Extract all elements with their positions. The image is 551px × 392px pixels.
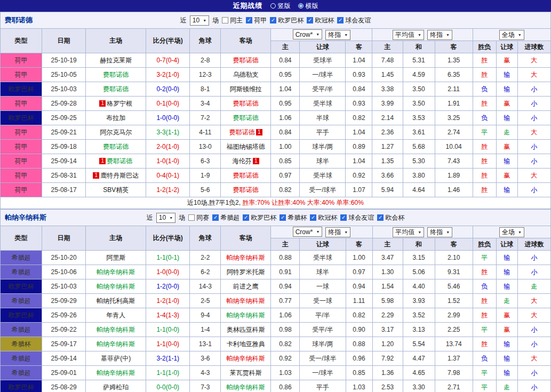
filter-checkbox[interactable]: 欧罗巴杯 [270,16,304,25]
avg-draw-odds: 3.52 [403,308,435,323]
away-team-link[interactable]: 帕纳辛纳科斯 [227,383,265,392]
recent-count-select[interactable]: 10▼ [156,213,175,223]
recent-count-select[interactable]: 10▼ [190,15,209,26]
away-team-link[interactable]: 海伦芬 [233,157,252,166]
initial-away-odds: 1.03 [346,380,372,392]
home-team-link[interactable]: 萨姆松珀 [103,383,129,392]
corners-cell: 4-11 [190,125,221,140]
radio-label: 竖版 [278,2,291,11]
score-cell: 0-4(0-1) [146,169,190,183]
filter-checkbox[interactable]: 同赛 [188,213,209,222]
result-goals: 小 [517,323,550,337]
home-team-link[interactable]: 帕纳辛纳科斯 [97,325,135,334]
column-header: 主 [372,41,403,53]
away-team-link[interactable]: 费耶诺德 [233,56,259,65]
filter-checkbox[interactable]: 同主 [222,16,243,25]
home-team-link[interactable]: 鹿特丹斯巴达 [100,171,139,180]
home-team-link[interactable]: 费耶诺德 [103,70,129,79]
home-team-link[interactable]: 赫拉克莱斯 [100,56,132,65]
home-team-link[interactable]: 费耶诺德 [107,157,132,166]
filter-checkbox[interactable]: 欧冠杯 [310,213,337,222]
home-team-link[interactable]: 帕纳托利高斯 [97,297,135,306]
home-team-link[interactable]: SBV精英 [103,186,129,195]
average-index-select[interactable]: 终指▼ [427,227,452,237]
initial-index-select-value: 终指 [328,228,341,237]
column-header: 胜负 [473,238,496,251]
home-team-link[interactable]: 费耶诺德 [103,142,129,151]
home-team-link[interactable]: 阿尔克马尔 [100,128,132,137]
away-team-link[interactable]: 帕纳辛纳科斯 [227,253,265,262]
initial-away-odds: 0.84 [346,82,372,97]
filter-checkbox[interactable]: 球会友谊 [337,16,371,25]
bookmaker-select[interactable]: Crow*▼ [293,29,323,39]
radio-vertical-layout[interactable]: 竖版 [270,2,291,11]
handicap-line: 一/球半 [300,366,346,380]
match-row: 欧罗巴杯25-10-03费耶诺德0-2(0-0)8-1阿斯顿维拉1.04受平/半… [1,82,551,97]
handicap-line: 半球 [300,111,346,125]
away-team-link[interactable]: 费耶诺德 [233,186,259,195]
avg-home-odds: 3.38 [372,82,403,97]
away-team-link[interactable]: 阿特罗米托斯 [227,268,265,277]
scope-select[interactable]: 全场▼ [499,227,524,237]
bookmaker-select[interactable]: Crow*▼ [293,227,323,237]
filter-checkbox[interactable]: 荷甲 [246,16,267,25]
away-team-link[interactable]: 乌德勒支 [233,70,259,79]
home-team-link[interactable]: 阿里斯 [106,253,125,262]
page-title: 近期战绩 [233,1,263,11]
avg-home-odds: 3.66 [372,169,403,183]
home-team-link[interactable]: 帕纳辛纳科斯 [97,340,135,349]
away-team-link[interactable]: 帕纳辛纳科斯 [227,311,265,320]
home-team-cell: 阿尔克马尔 [86,125,146,140]
filter-checkbox[interactable]: 希腊杯 [280,213,307,222]
column-header: 主场 [86,29,146,53]
corners-cell: 3-4 [190,97,221,111]
away-team-link[interactable]: 前进之鹰 [233,282,259,291]
away-team-link[interactable]: 卡利地亚雅典 [227,340,265,349]
home-team-link[interactable]: 基菲萨(中) [101,354,131,363]
away-team-link[interactable]: 阿斯顿维拉 [230,85,262,94]
filter-checkbox[interactable]: 欧冠杯 [307,16,334,25]
handicap-line: 球半/两 [300,337,346,351]
filter-checkbox[interactable]: 希腊超 [212,213,239,222]
scope-select[interactable]: 全场▼ [499,30,524,40]
average-index-select[interactable]: 终指▼ [427,30,452,40]
away-team-link[interactable]: 帕纳辛纳科斯 [227,297,265,306]
initial-index-select[interactable]: 终指▼ [325,227,350,237]
home-team-link[interactable]: 年青人 [106,311,125,320]
radio-icon [298,3,304,9]
away-team-cell: 费耶诺德 [221,183,271,197]
home-team-link[interactable]: 帕纳辛纳科斯 [97,369,135,378]
filter-checkbox[interactable]: 欧罗巴杯 [243,213,276,222]
away-team-cell: 费耶诺德 [221,53,271,68]
checkbox-label: 希腊超 [220,213,239,222]
chevron-down-icon: ▼ [203,19,206,22]
radio-horizontal-layout[interactable]: 横版 [298,2,318,11]
away-team-link[interactable]: 费耶诺德 [229,128,255,137]
away-team-link[interactable]: 帕纳辛纳科斯 [227,354,265,363]
home-team-link[interactable]: 帕纳辛纳科斯 [97,282,135,291]
home-team-link[interactable]: 费耶诺德 [103,85,129,94]
home-team-link[interactable]: 布拉加 [106,114,125,123]
filter-bar: 近10▼场同主荷甲欧罗巴杯欧冠杯球会友谊 [180,15,371,26]
score-cell: 1-1(0-0) [146,323,190,337]
away-team-link[interactable]: 莱瓦贾科斯 [230,369,262,378]
home-team-link[interactable]: 格罗宁根 [107,99,132,108]
away-team-link[interactable]: 福图纳锡塔德 [227,142,265,151]
odds-control-average: 平均值▼终指▼ [372,226,473,238]
filter-checkbox[interactable]: 球会友谊 [340,213,374,222]
avg-away-odds: 1.46 [435,183,473,197]
away-team-link[interactable]: 费耶诺德 [233,99,259,108]
avg-home-odds: 1.45 [372,68,403,82]
score-cell: 1-1(0-0) [146,337,190,351]
handicap-line: 受半球 [300,251,346,265]
away-team-link[interactable]: 费耶诺德 [233,171,259,180]
initial-index-select[interactable]: 终指▼ [325,30,350,40]
average-select[interactable]: 平均值▼ [393,227,424,237]
initial-home-odds: 1.06 [271,111,300,125]
filter-checkbox[interactable]: 欧会杯 [377,213,404,222]
average-select[interactable]: 平均值▼ [393,30,424,40]
away-team-link[interactable]: 奥林匹亚科斯 [227,325,265,334]
away-team-link[interactable]: 费耶诺德 [233,114,259,123]
result-outcome: 负 [473,351,496,366]
home-team-link[interactable]: 帕纳辛纳科斯 [97,268,135,277]
